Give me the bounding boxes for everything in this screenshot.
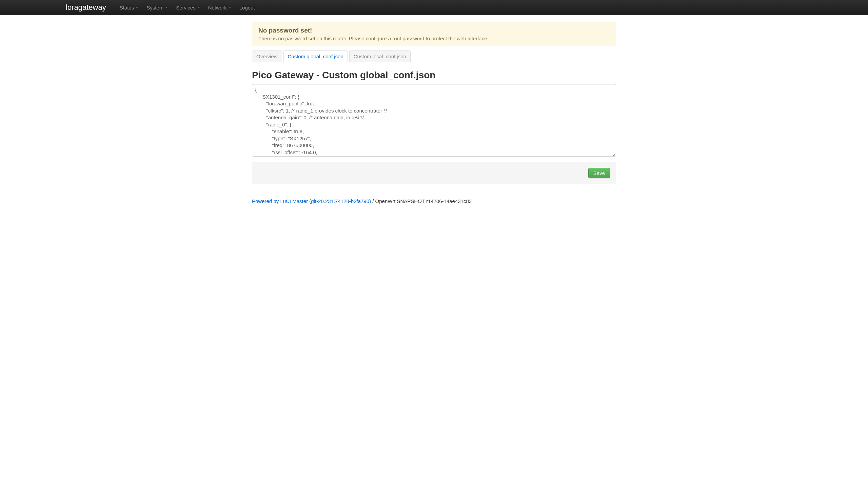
nav-item-system[interactable]: System: [142, 5, 172, 11]
alert-message: There is no password set on this router.…: [258, 36, 610, 41]
nav-label: Status: [120, 5, 134, 11]
page-title: Pico Gateway - Custom global_conf.json: [252, 70, 616, 81]
password-alert: No password set! There is no password se…: [252, 22, 616, 46]
tab-overview[interactable]: Overview: [252, 50, 282, 62]
tab-custom-global[interactable]: Custom global_conf.json: [283, 50, 348, 62]
save-button[interactable]: Save: [588, 168, 610, 178]
navbar: loragateway Status System Services Netwo…: [0, 0, 868, 15]
alert-title: No password set!: [258, 27, 610, 34]
actions-bar: Save: [252, 162, 616, 184]
nav-item-network[interactable]: Network: [204, 5, 235, 11]
chevron-down-icon: [197, 7, 200, 8]
chevron-down-icon: [165, 7, 168, 8]
tabs: Overview Custom global_conf.json Custom …: [252, 50, 616, 62]
main-container: No password set! There is no password se…: [252, 22, 616, 204]
footer-separator: /: [371, 198, 375, 204]
nav-label: Services: [176, 5, 196, 11]
chevron-down-icon: [229, 7, 231, 8]
navbar-brand[interactable]: loragateway: [66, 3, 116, 12]
config-textarea[interactable]: [252, 84, 616, 157]
chevron-down-icon: [136, 7, 138, 8]
nav-label: Logout: [239, 5, 255, 11]
footer-version: OpenWrt SNAPSHOT r14206-14ae431c83: [375, 198, 472, 204]
nav-item-status[interactable]: Status: [116, 5, 143, 11]
nav-label: System: [146, 5, 163, 11]
footer-link[interactable]: Powered by LuCI Master (git-20.231.74128…: [252, 198, 371, 204]
nav-item-logout[interactable]: Logout: [235, 5, 259, 11]
nav-label: Network: [208, 5, 227, 11]
tab-custom-local[interactable]: Custom local_conf.json: [349, 50, 411, 62]
footer: Powered by LuCI Master (git-20.231.74128…: [252, 192, 616, 204]
nav-item-services[interactable]: Services: [172, 5, 204, 11]
